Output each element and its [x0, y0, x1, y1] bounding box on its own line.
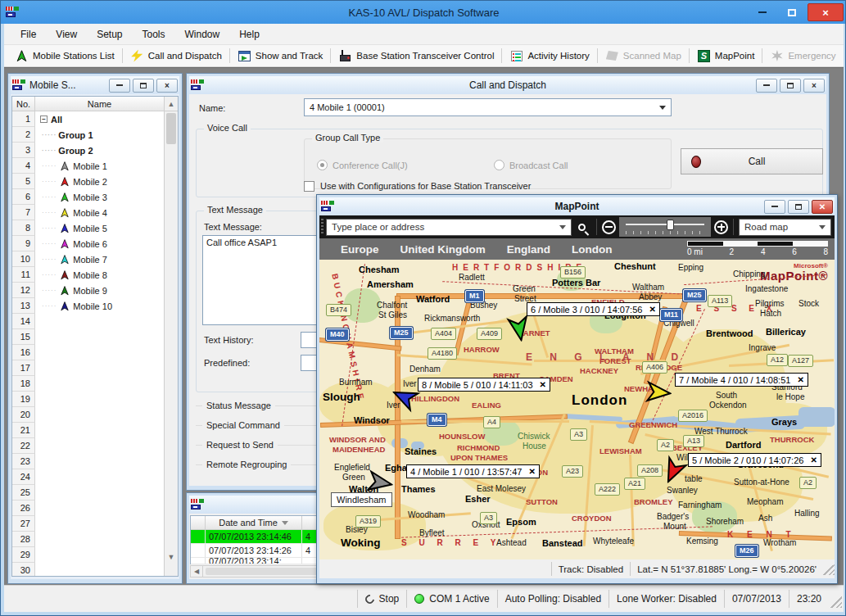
- resize-grip[interactable]: [823, 564, 835, 575]
- maximize-button[interactable]: [788, 200, 809, 214]
- list-item[interactable]: 18: [12, 376, 164, 392]
- conference-call-radio[interactable]: Conference Call(J): [317, 160, 408, 170]
- row-selector-column[interactable]: [191, 516, 206, 529]
- menu-item-setup[interactable]: Setup: [87, 25, 132, 43]
- mobile-callout[interactable]: 4 / Mobile 1 / 010 / 13:57:47✕: [406, 464, 540, 478]
- minimize-button[interactable]: [109, 79, 130, 93]
- scroll-up-icon[interactable]: ▲: [164, 97, 178, 111]
- close-icon[interactable]: ×: [156, 79, 178, 93]
- list-item[interactable]: 8····· Mobile 5: [12, 220, 164, 236]
- mobile-stations-title-bar[interactable]: Mobile S... ×: [11, 76, 179, 94]
- column-no[interactable]: No.: [12, 97, 35, 111]
- list-item[interactable]: 29: [12, 547, 164, 563]
- breadcrumb-europe[interactable]: Europe: [341, 243, 379, 256]
- zoom-out-button[interactable]: [602, 220, 616, 234]
- list-item[interactable]: 16: [12, 345, 164, 360]
- date-time-column[interactable]: Date and Time: [206, 516, 302, 529]
- mobile-callout[interactable]: 6 / Mobile 3 / 010 / 14:07:56✕: [527, 302, 660, 316]
- scroll-down-icon[interactable]: ▼: [165, 553, 178, 561]
- marker-mobile-1[interactable]: [367, 469, 393, 497]
- menu-item-file[interactable]: File: [11, 25, 46, 43]
- list-item[interactable]: 7····· Mobile 4: [12, 205, 164, 220]
- mappoint-title-bar[interactable]: MapPoint ✕: [319, 197, 835, 215]
- list-item[interactable]: 23: [12, 454, 164, 469]
- mobile-callout[interactable]: 5 / Mobile 2 / 010 / 14:07:26✕: [688, 453, 821, 467]
- collapse-icon[interactable]: −: [40, 116, 48, 123]
- breadcrumb-england[interactable]: England: [507, 243, 550, 256]
- list-item[interactable]: 19: [12, 392, 164, 407]
- list-item[interactable]: 3·····Group 2: [12, 143, 164, 158]
- toolbar-base-station[interactable]: Base Station Transceiver Control: [333, 47, 500, 65]
- toolbar-mappoint[interactable]: SMapPoint: [691, 47, 761, 65]
- toolbar-scanned-map[interactable]: Scanned Map: [599, 47, 687, 65]
- maximize-button[interactable]: [778, 3, 806, 21]
- list-item[interactable]: 13····· Mobile 10: [12, 298, 164, 314]
- toolbar-activity-history[interactable]: Activity History: [504, 47, 595, 65]
- list-item[interactable]: 2·····Group 1: [12, 127, 164, 143]
- slider-thumb[interactable]: [667, 220, 674, 230]
- list-item[interactable]: 11····· Mobile 8: [12, 267, 164, 283]
- close-icon[interactable]: ✕: [528, 467, 535, 476]
- list-item[interactable]: 22: [12, 438, 164, 454]
- close-icon[interactable]: ✕: [797, 375, 803, 384]
- list-item[interactable]: 9····· Mobile 6: [12, 236, 164, 251]
- maximize-button[interactable]: [780, 79, 801, 93]
- toolbar-mobile-stations[interactable]: Mobile Stations List: [9, 47, 120, 65]
- breadcrumb-united-kingdom[interactable]: United Kingdom: [400, 243, 486, 256]
- close-icon[interactable]: ✕: [810, 455, 817, 464]
- list-item[interactable]: 10····· Mobile 7: [12, 251, 164, 267]
- resize-grip[interactable]: [830, 596, 842, 608]
- list-item[interactable]: 17: [12, 360, 164, 376]
- minimize-button[interactable]: [756, 79, 777, 93]
- list-item[interactable]: 27: [12, 516, 164, 532]
- search-input[interactable]: Type place or address: [326, 219, 572, 236]
- mobile-callout[interactable]: 8 / Mobile 5 / 010 / 14:11:03✕: [418, 378, 550, 392]
- scroll-left-icon[interactable]: ◀: [191, 566, 203, 577]
- close-button[interactable]: ×: [808, 3, 844, 21]
- toolbar-emergency[interactable]: Emergency: [764, 47, 841, 65]
- menu-item-help[interactable]: Help: [229, 25, 269, 43]
- scrollbar-thumb[interactable]: [166, 113, 176, 144]
- toolbar-call-dispatch[interactable]: Call and Dispatch: [124, 47, 228, 65]
- list-item[interactable]: 24: [12, 469, 164, 485]
- close-icon[interactable]: ✕: [540, 380, 546, 389]
- mobile-callout[interactable]: 7 / Mobile 4 / 010 / 14:08:51✕: [675, 373, 808, 387]
- station-select[interactable]: 4 Mobile 1 (00001): [304, 98, 672, 116]
- toolbar-show-track[interactable]: Show and Track: [232, 47, 328, 65]
- list-item[interactable]: 1−All: [12, 111, 164, 127]
- marker-mobile-4[interactable]: [645, 379, 672, 407]
- marker-mobile-5[interactable]: [391, 384, 418, 412]
- call-button[interactable]: Call: [681, 148, 823, 174]
- vertical-scrollbar[interactable]: ▼: [164, 111, 178, 576]
- search-button[interactable]: [572, 219, 591, 236]
- close-icon[interactable]: ×: [803, 79, 825, 93]
- maximize-button[interactable]: [133, 79, 154, 93]
- map-type-select[interactable]: Road map: [739, 219, 831, 236]
- call-dispatch-title-bar[interactable]: Call and Dispatch ×: [189, 76, 826, 94]
- minimize-button[interactable]: [764, 200, 785, 214]
- list-item[interactable]: 5····· Mobile 2: [12, 174, 164, 189]
- close-icon[interactable]: ✕: [649, 305, 655, 314]
- list-item[interactable]: 28: [12, 532, 164, 547]
- list-item[interactable]: 30: [12, 563, 164, 576]
- list-item[interactable]: 12····· Mobile 9: [12, 283, 164, 298]
- list-item[interactable]: 26: [12, 500, 164, 516]
- column-name[interactable]: Name: [35, 97, 164, 111]
- zoom-in-button[interactable]: [714, 220, 728, 234]
- menu-item-tools[interactable]: Tools: [133, 25, 175, 43]
- close-button[interactable]: ✕: [812, 200, 833, 214]
- list-item[interactable]: 25: [12, 485, 164, 500]
- map-view[interactable]: Microsoft® MapPoint® Windlesham CheshamA…: [319, 260, 835, 559]
- zoom-slider[interactable]: [619, 217, 711, 237]
- list-item[interactable]: 20: [12, 407, 164, 423]
- breadcrumb-london[interactable]: London: [572, 243, 612, 256]
- list-item[interactable]: 14: [12, 314, 164, 329]
- minimize-button[interactable]: [749, 3, 776, 21]
- list-item[interactable]: 21: [12, 423, 164, 438]
- broadcast-call-radio[interactable]: Broadcast Call: [494, 160, 568, 170]
- list-item[interactable]: 15: [12, 329, 164, 345]
- list-item[interactable]: 4····· Mobile 1: [12, 158, 164, 174]
- use-config-checkbox[interactable]: Use with Configurations for Base Station…: [304, 181, 531, 192]
- marker-mobile-3[interactable]: [506, 315, 532, 343]
- list-item[interactable]: 6····· Mobile 3: [12, 189, 164, 205]
